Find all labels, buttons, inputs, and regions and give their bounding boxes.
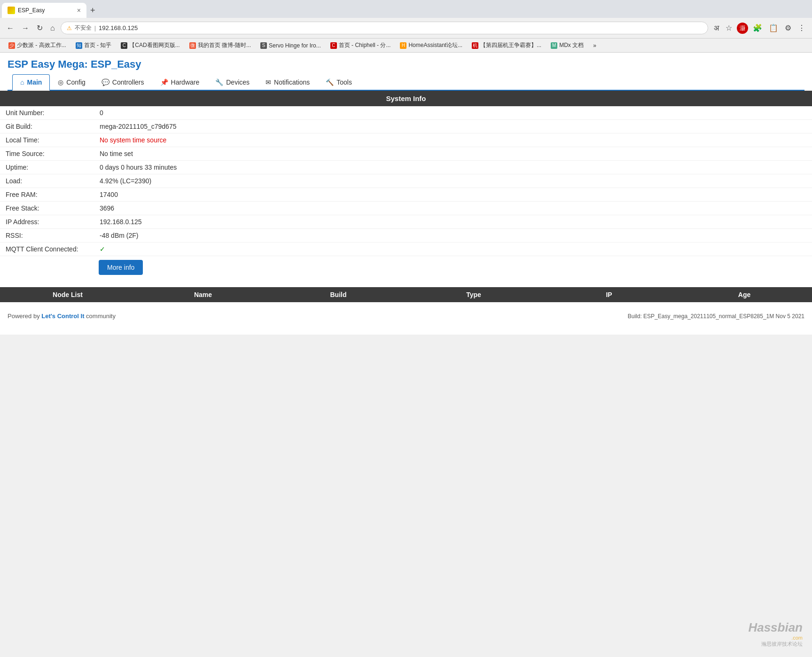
lets-control-it-link[interactable]: Let's Control It (41, 313, 84, 320)
ip-address-label: IP Address: (6, 218, 100, 226)
tab-tools[interactable]: 🔨 Tools (318, 74, 360, 90)
bookmark-7-label: 【第四届机王争霸赛】... (480, 41, 541, 49)
node-col-nodelist: Node List (0, 291, 135, 298)
bookmark-4[interactable]: S Servo Hinge for Iro... (257, 41, 325, 50)
info-row-rssi: RSSI: -48 dBm (2F) (0, 229, 812, 242)
bookmark-0-icon: 少 (8, 42, 15, 49)
devices-tab-icon: 🔧 (215, 78, 223, 86)
local-time-label: Local Time: (6, 136, 100, 144)
node-col-name: Name (135, 291, 271, 298)
tab-main[interactable]: ⌂ Main (12, 74, 50, 91)
bookmark-3-label: 我的首页 微博-随时... (198, 41, 251, 49)
footer-right: Build: ESP_Easy_mega_20211105_normal_ESP… (628, 313, 804, 320)
rssi-value: -48 dBm (2F) (100, 232, 138, 239)
free-ram-value: 17400 (100, 191, 118, 198)
notifications-tab-label: Notifications (274, 78, 310, 86)
devices-tab-label: Devices (226, 78, 250, 86)
info-row-freeram: Free RAM: 17400 (0, 188, 812, 202)
bookmark-2-label: 【CAD看图网页版... (129, 41, 180, 49)
forward-button[interactable]: → (20, 22, 31, 34)
bookmark-0-label: 少数派 - 高效工作... (17, 41, 66, 49)
tab-controllers[interactable]: 💬 Controllers (94, 74, 152, 90)
footer-left: Powered by Let's Control It community (8, 313, 116, 320)
reading-mode-button[interactable]: अ (712, 22, 721, 34)
url-text[interactable]: 192.168.0.125 (99, 24, 702, 31)
menu-button[interactable]: ⋮ (796, 22, 807, 34)
bookmark-5-label: 首页 - Chiphell - 分... (339, 41, 391, 49)
node-col-age: Age (677, 291, 812, 298)
controllers-tab-icon: 💬 (102, 78, 109, 86)
tab-close-icon[interactable]: × (77, 7, 81, 14)
tab-devices[interactable]: 🔧 Devices (207, 74, 258, 90)
tab-notifications[interactable]: ✉ Notifications (258, 74, 318, 90)
bookmark-3[interactable]: 微 我的首页 微博-随时... (186, 40, 255, 50)
node-col-build: Build (271, 291, 406, 298)
bookmarks-bar: 少 少数派 - 高效工作... 知 首页 - 知乎 C 【CAD看图网页版...… (0, 39, 812, 53)
community-text: community (86, 313, 116, 320)
profile-button[interactable]: 灏 (737, 23, 748, 34)
bookmark-6-icon: H (400, 42, 406, 49)
info-row-ip: IP Address: 192.168.0.125 (0, 215, 812, 229)
bookmark-8-icon: M (551, 42, 557, 49)
notifications-tab-icon: ✉ (265, 78, 271, 86)
home-button[interactable]: ⌂ (48, 22, 57, 34)
tools-tab-icon: 🔨 (326, 78, 334, 86)
tools-tab-label: Tools (336, 78, 352, 86)
bookmark-1-icon: 知 (76, 42, 82, 49)
unit-number-label: Unit Number: (6, 109, 100, 117)
info-row-freestack: Free Stack: 3696 (0, 202, 812, 215)
reload-button[interactable]: ↻ (35, 22, 45, 34)
bookmark-8-label: MDx 文档 (559, 41, 584, 49)
favorites-button[interactable]: ☆ (724, 22, 734, 34)
info-row-timesource: Time Source: No time set (0, 147, 812, 161)
bookmarks-more-label: » (593, 42, 596, 49)
config-tab-label: Config (66, 78, 85, 86)
time-source-value: No time set (100, 150, 133, 157)
bookmark-7-icon: 机 (472, 42, 478, 49)
info-row-git: Git Build: mega-20211105_c79d675 (0, 120, 812, 133)
bookmark-0[interactable]: 少 少数派 - 高效工作... (5, 40, 70, 50)
address-bar[interactable]: ⚠ 不安全 | 192.168.0.125 (61, 22, 708, 34)
build-value: ESP_Easy_mega_20211105_normal_ESP8285_1M… (643, 313, 804, 320)
browser-tab[interactable]: ESP_Easy × (2, 3, 86, 18)
bookmark-5[interactable]: C 首页 - Chiphell - 分... (327, 40, 395, 50)
uptime-label: Uptime: (6, 164, 100, 171)
extensions-button[interactable]: 🧩 (751, 22, 764, 34)
bookmark-6-label: HomeAssistant论坛... (408, 41, 462, 49)
tab-title: ESP_Easy (18, 7, 74, 14)
bookmark-4-label: Servo Hinge for Iro... (269, 42, 321, 49)
hardware-tab-label: Hardware (171, 78, 200, 86)
info-row-uptime: Uptime: 0 days 0 hours 33 minutes (0, 161, 812, 174)
bookmark-2[interactable]: C 【CAD看图网页版... (117, 40, 183, 50)
system-info-header: System Info (0, 91, 812, 106)
collections-button[interactable]: 📋 (767, 22, 780, 34)
back-button[interactable]: ← (5, 22, 16, 34)
nav-tabs: ⌂ Main ◎ Config 💬 Controllers 📌 Hardware… (8, 74, 804, 91)
more-info-button[interactable]: More info (99, 260, 143, 275)
tab-config[interactable]: ◎ Config (50, 74, 93, 90)
powered-by-text: Powered by (8, 313, 41, 320)
bookmark-2-icon: C (121, 42, 127, 49)
bookmarks-more[interactable]: » (589, 41, 600, 50)
mqtt-label: MQTT Client Connected: (6, 245, 100, 253)
system-info-section: System Info Unit Number: 0 Git Build: me… (0, 91, 812, 282)
info-row-load: Load: 4.92% (LC=2390) (0, 174, 812, 188)
address-separator: | (94, 24, 96, 31)
ip-address-value: 192.168.0.125 (100, 218, 142, 226)
build-label: Build: (628, 313, 642, 320)
time-source-label: Time Source: (6, 150, 100, 157)
tab-favicon (8, 7, 15, 14)
bookmark-7[interactable]: 机 【第四届机王争霸赛】... (468, 40, 545, 50)
tab-hardware[interactable]: 📌 Hardware (152, 74, 208, 90)
bookmark-8[interactable]: M MDx 文档 (547, 40, 587, 50)
local-time-value: No system time source (100, 136, 166, 144)
bookmark-1[interactable]: 知 首页 - 知乎 (72, 40, 116, 50)
settings-button[interactable]: ⚙ (783, 22, 793, 34)
new-tab-button[interactable]: + (86, 4, 99, 17)
mqtt-value: ✓ (100, 245, 105, 253)
page-title: ESP Easy Mega: ESP_Easy (8, 58, 804, 70)
bookmark-6[interactable]: H HomeAssistant论坛... (396, 40, 466, 50)
git-build-label: Git Build: (6, 123, 100, 130)
node-list-section: Node List Name Build Type IP Age (0, 287, 812, 302)
info-row-unit: Unit Number: 0 (0, 106, 812, 120)
